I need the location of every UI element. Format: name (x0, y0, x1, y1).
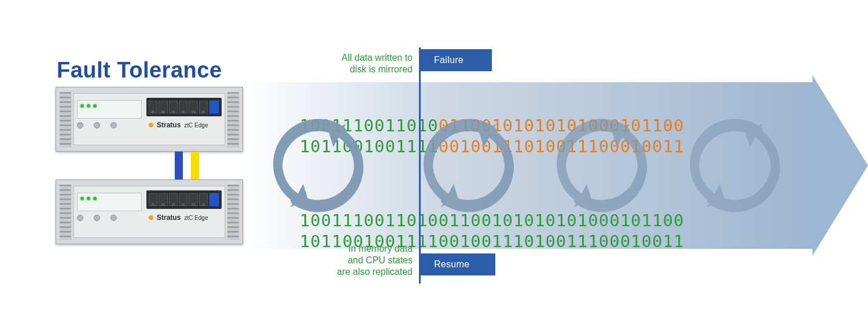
usb-port-icon (209, 193, 219, 207)
device-screws-icon (77, 122, 117, 128)
resume-flag: Resume (420, 253, 495, 275)
ethernet-port-icon (159, 101, 167, 113)
device-stack: Stratus ztC Edge Stratus ztC Edge (56, 87, 243, 244)
device-status-panel (77, 100, 142, 119)
ethernet-port-icon (189, 193, 197, 206)
ethernet-port-icon (189, 101, 197, 113)
ethernet-port-icon (179, 193, 187, 206)
ethernet-port-icon (159, 193, 167, 206)
brand-mark-icon (149, 123, 153, 127)
model-text: ztC Edge (184, 122, 208, 128)
ethernet-port-icon (149, 101, 157, 113)
ethernet-port-icon (149, 193, 157, 206)
sync-link-secondary-icon (191, 152, 199, 179)
note-memory-replicated: In memory dataand CPU statesare also rep… (311, 243, 413, 278)
ethernet-port-icon (199, 193, 208, 206)
brand-text: Stratus (157, 214, 181, 222)
diagram-title: Fault Tolerance (57, 58, 222, 83)
device-brand-label: Stratus ztC Edge (149, 121, 208, 129)
status-led-icon (80, 104, 97, 108)
heatsink-fins-icon (227, 185, 239, 240)
heatsink-fins-icon (60, 185, 71, 240)
ethernet-port-icon (169, 101, 178, 113)
brand-text: Stratus (157, 121, 181, 129)
timeline-arrow: 100111001101001100101010101000101100 101… (243, 82, 868, 249)
arrow-head-icon (812, 75, 868, 256)
ethernet-port-icon (199, 101, 208, 113)
brand-mark-icon (149, 215, 153, 220)
binary-stream-primary-row2: 101100100111100100111010011100010011 (257, 117, 684, 176)
usb-port-icon (209, 100, 219, 114)
note-disk-mirrored: All data written todisk is mirrored (311, 52, 413, 75)
failure-point-divider (419, 47, 421, 284)
io-port-panel (146, 190, 222, 209)
failure-flag: Failure (420, 49, 492, 71)
device-screws-icon (77, 215, 117, 221)
interconnect-cables-icon (175, 152, 199, 179)
device-primary: Stratus ztC Edge (56, 87, 243, 152)
device-secondary: Stratus ztC Edge (56, 179, 243, 244)
io-port-panel (146, 98, 222, 116)
sync-link-primary-icon (175, 152, 183, 179)
model-text: ztC Edge (184, 215, 208, 221)
heatsink-fins-icon (227, 92, 239, 148)
ethernet-port-icon (169, 193, 178, 206)
heatsink-fins-icon (60, 92, 71, 148)
status-led-icon (80, 197, 97, 200)
ethernet-port-icon (179, 101, 187, 113)
device-status-panel (77, 193, 142, 211)
device-brand-label: Stratus ztC Edge (149, 214, 208, 222)
